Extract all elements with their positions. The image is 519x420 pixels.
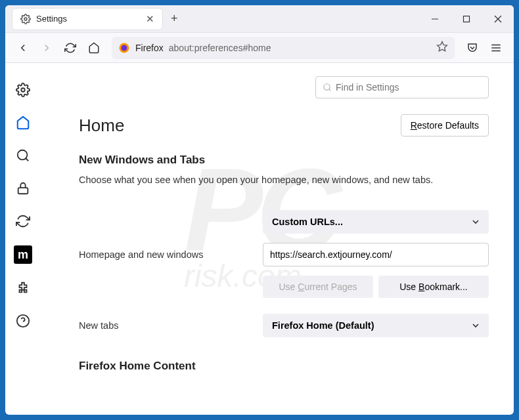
- svg-marker-7: [438, 41, 447, 51]
- svg-line-13: [26, 158, 28, 161]
- svg-line-18: [329, 89, 331, 91]
- newtabs-label: New tabs: [79, 320, 244, 331]
- svg-rect-2: [464, 16, 470, 22]
- tab-title: Settings: [36, 14, 141, 24]
- sidebar-home-icon[interactable]: [14, 114, 32, 131]
- menu-button[interactable]: [485, 37, 507, 59]
- svg-rect-14: [18, 188, 28, 194]
- svg-point-17: [324, 84, 330, 90]
- browser-tab[interactable]: Settings ✕: [12, 8, 163, 30]
- use-bookmark-button[interactable]: Use Bookmark...: [378, 276, 489, 298]
- section-home-content-heading: Firefox Home Content: [79, 360, 489, 373]
- sidebar-sync-icon[interactable]: [14, 213, 32, 230]
- back-button[interactable]: [12, 37, 34, 59]
- use-current-pages-button[interactable]: Use Current Pages: [263, 276, 373, 298]
- sidebar-help-icon[interactable]: [14, 312, 32, 329]
- url-text: about:preferences#home: [169, 43, 271, 53]
- maximize-button[interactable]: [451, 5, 482, 33]
- sidebar-extension-icon[interactable]: m: [14, 245, 32, 264]
- close-window-button[interactable]: [482, 5, 514, 33]
- new-tab-button[interactable]: +: [171, 12, 178, 26]
- titlebar: Settings ✕ +: [5, 5, 514, 33]
- svg-point-12: [18, 150, 28, 160]
- pocket-button[interactable]: [461, 37, 484, 59]
- search-icon: [323, 83, 332, 92]
- newtabs-select[interactable]: Firefox Home (Default): [263, 314, 489, 337]
- bookmark-star-icon[interactable]: [436, 41, 448, 55]
- address-bar[interactable]: Firefox about:preferences#home: [112, 37, 455, 59]
- reload-button[interactable]: [59, 37, 81, 59]
- svg-point-0: [24, 18, 27, 20]
- firefox-icon: [118, 42, 130, 54]
- page-title: Home: [79, 116, 124, 136]
- homepage-mode-value: Custom URLs...: [272, 217, 343, 227]
- newtabs-value: Firefox Home (Default): [272, 320, 374, 331]
- main-panel: Home Restore Defaults New Windows and Ta…: [41, 63, 514, 415]
- gear-icon: [20, 14, 31, 24]
- sidebar-extensions-icon[interactable]: [14, 280, 32, 297]
- search-input[interactable]: [336, 82, 482, 93]
- close-icon[interactable]: ✕: [146, 13, 154, 25]
- sidebar-general-icon[interactable]: [14, 81, 32, 98]
- url-label: Firefox: [135, 43, 164, 53]
- sidebar-privacy-icon[interactable]: [14, 180, 32, 197]
- chevron-down-icon: [472, 322, 480, 329]
- section-windows-tabs-desc: Choose what you see when you open your h…: [79, 173, 489, 186]
- minimize-button[interactable]: [419, 5, 451, 33]
- svg-point-11: [21, 88, 25, 92]
- toolbar: Firefox about:preferences#home: [5, 33, 514, 63]
- settings-sidebar: m: [5, 63, 41, 415]
- settings-search[interactable]: [315, 76, 489, 98]
- home-button[interactable]: [83, 37, 105, 59]
- homepage-label: Homepage and new windows: [79, 249, 244, 260]
- svg-point-6: [122, 45, 127, 51]
- homepage-url-input[interactable]: [263, 243, 489, 266]
- chevron-down-icon: [472, 218, 480, 226]
- homepage-mode-select[interactable]: Custom URLs...: [263, 210, 489, 234]
- section-windows-tabs-heading: New Windows and Tabs: [79, 154, 489, 167]
- forward-button[interactable]: [35, 37, 58, 59]
- sidebar-search-icon[interactable]: [14, 147, 32, 164]
- restore-defaults-button[interactable]: Restore Defaults: [401, 114, 489, 136]
